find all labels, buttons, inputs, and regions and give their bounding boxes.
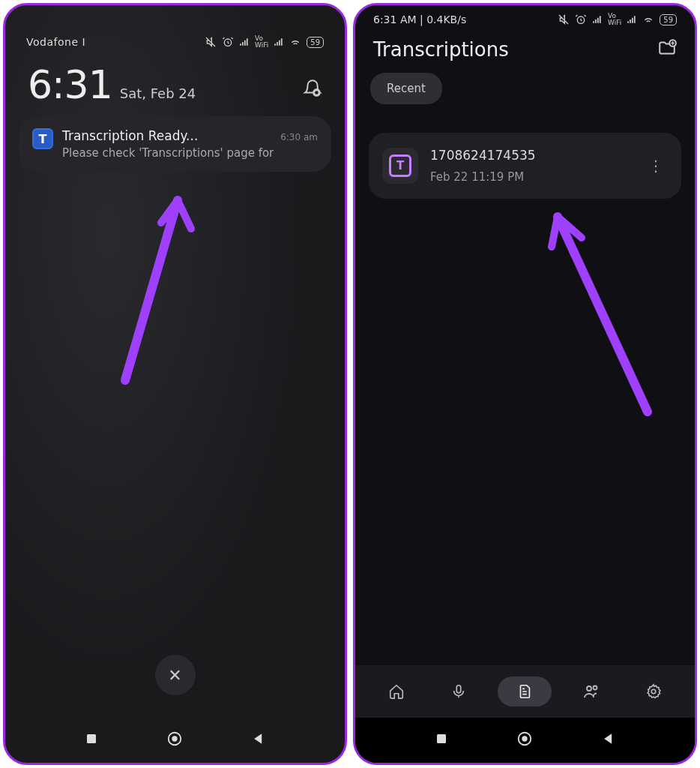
svg-point-9 (587, 686, 591, 691)
mute-icon (558, 14, 570, 26)
new-folder-icon[interactable] (657, 38, 677, 61)
notification-app-icon: T (32, 128, 53, 149)
nav-home[interactable] (374, 676, 419, 706)
close-icon: ✕ (168, 666, 181, 685)
status-bar: Vodafone I VoWiFi 59 (5, 5, 345, 49)
signal-icon (239, 37, 250, 47)
back-button[interactable] (251, 731, 266, 749)
transcription-icon: T (389, 154, 411, 177)
dismiss-button[interactable]: ✕ (155, 655, 196, 695)
notification-card[interactable]: T Transcription Ready... 6:30 am Please … (19, 116, 331, 172)
nav-transcriptions[interactable] (498, 676, 552, 706)
back-button[interactable] (601, 731, 616, 749)
system-nav-bar (355, 718, 695, 763)
svg-point-14 (522, 736, 527, 741)
status-icons: VoWiFi 59 (205, 35, 324, 49)
alarm-icon (575, 14, 587, 26)
clock-date: Sat, Feb 24 (120, 86, 196, 101)
svg-rect-8 (456, 686, 461, 693)
signal-icon-2 (274, 37, 284, 47)
mute-icon (205, 36, 217, 48)
svg-point-10 (594, 686, 597, 690)
item-icon: T (382, 148, 418, 184)
notification-title: Transcription Ready... (62, 128, 198, 143)
notification-text: Please check 'Transcriptions' page for (62, 146, 318, 160)
phone-app: 6:31 AM | 0.4KB/s VoWiFi 59 Transcriptio… (353, 3, 697, 765)
nav-mic[interactable] (436, 676, 481, 706)
annotation-arrow (103, 178, 208, 388)
vowifi-icon: VoWiFi (608, 13, 621, 26)
item-subtitle: Feb 22 11:19 PM (430, 170, 632, 184)
transcription-item[interactable]: T 1708624174535 Feb 22 11:19 PM ⋮ (369, 133, 681, 199)
alarm-icon (222, 36, 234, 48)
signal-icon-2 (627, 14, 637, 25)
clock-row: 6:31 Sat, Feb 24 (5, 49, 345, 107)
home-button[interactable] (166, 730, 183, 750)
app-header: Transcriptions (355, 26, 695, 65)
status-bar: 6:31 AM | 0.4KB/s VoWiFi 59 (355, 5, 695, 26)
svg-rect-3 (87, 734, 96, 743)
svg-point-11 (651, 689, 656, 694)
svg-rect-12 (437, 734, 446, 743)
battery-icon: 59 (660, 14, 677, 26)
vowifi-icon: VoWiFi (255, 35, 268, 49)
svg-point-5 (172, 736, 177, 741)
filter-row: Recent (355, 65, 695, 112)
item-title: 1708624174535 (430, 148, 632, 163)
battery-icon: 59 (307, 37, 324, 48)
annotation-arrow (513, 194, 663, 419)
clock-time: 6:31 (28, 62, 112, 107)
recent-chip[interactable]: Recent (370, 73, 442, 104)
home-button[interactable] (516, 730, 533, 750)
recents-button[interactable] (435, 732, 448, 748)
wifi-icon (642, 14, 654, 26)
bottom-nav (355, 665, 695, 718)
status-time-speed: 6:31 AM | 0.4KB/s (373, 14, 466, 26)
nav-settings[interactable] (631, 676, 676, 706)
wifi-icon (289, 36, 301, 48)
signal-icon (592, 14, 603, 25)
notification-time: 6:30 am (280, 132, 318, 142)
notification-settings-icon[interactable] (303, 79, 322, 101)
recents-button[interactable] (85, 732, 98, 748)
status-icons: VoWiFi 59 (558, 13, 677, 26)
system-nav-bar (5, 718, 345, 763)
nav-contacts[interactable] (569, 676, 614, 706)
more-icon[interactable]: ⋮ (644, 154, 668, 178)
page-title: Transcriptions (373, 38, 509, 61)
carrier-label: Vodafone I (26, 36, 85, 48)
phone-lockscreen: Vodafone I VoWiFi 59 6:31 Sat, Feb 24 T … (3, 3, 347, 765)
